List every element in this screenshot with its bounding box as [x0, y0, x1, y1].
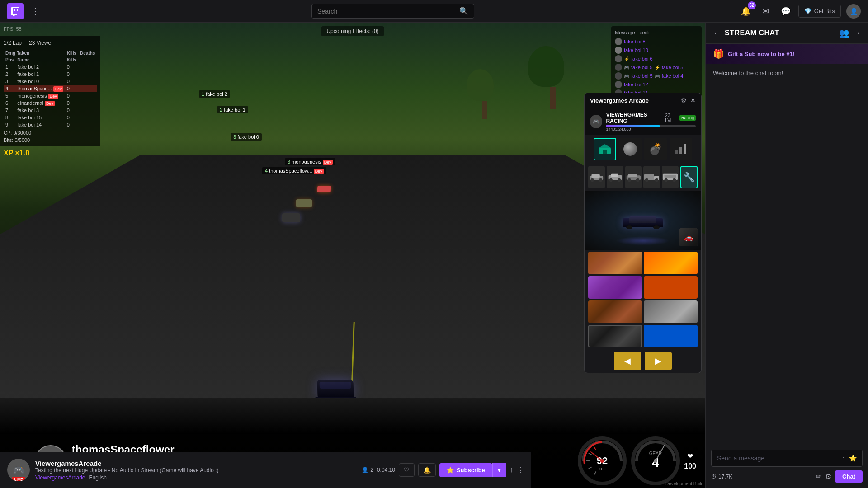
feed-avatar-6 — [615, 81, 622, 88]
feed-icon-4: 🎮 — [624, 65, 629, 70]
lap-display: 1/2 Lap — [4, 40, 22, 46]
stream-info-bar: 🎮 LIVE ViewergamesArcade Testing the nex… — [0, 452, 531, 488]
speed-gauge-svg: 92 160 — [577, 436, 627, 486]
arrow-buttons: ◀ ▶ — [585, 349, 701, 373]
message-feed-title: Message Feed: — [615, 30, 698, 35]
search-bar: 🔍 — [311, 4, 474, 19]
skin-cell-7[interactable] — [588, 325, 642, 347]
viewers-count: 👤 2 — [362, 467, 373, 473]
vehicle-icon-ball[interactable] — [619, 138, 642, 160]
skin-cell-1[interactable] — [588, 252, 642, 274]
vehicle-type-row: 🔧 — [585, 163, 701, 191]
skin-cell-8[interactable] — [644, 325, 698, 347]
arcade-profile: 🎮 VIEWERGAMES RACING 23 LVL Racing 14403… — [585, 108, 701, 135]
skin-cell-3[interactable] — [588, 276, 642, 299]
stream-meta: ViewergamesArcade English — [35, 474, 356, 481]
notification-button[interactable]: 🔔 — [418, 463, 436, 477]
car-type-4[interactable] — [643, 166, 660, 188]
get-bits-button[interactable]: 💎 Get Bits — [798, 5, 841, 18]
arcade-close-button[interactable]: ✕ — [690, 97, 696, 104]
notification-count: 52 — [748, 1, 756, 9]
chat-nav-right: 👥 → — [839, 28, 861, 38]
user-avatar[interactable]: 👤 — [846, 4, 861, 19]
channel-link[interactable]: ViewergamesArcade — [35, 474, 85, 481]
player-label-2: 2 fake boi 1 — [217, 106, 248, 113]
race-table: Dmg Taken Kills Deaths Pos Name Kills 1f — [4, 50, 97, 128]
arcade-username: VIEWERGAMES RACING — [606, 112, 663, 124]
feed-name-5b: fake boi 4 — [662, 73, 684, 79]
skin-cell-2[interactable] — [644, 252, 698, 274]
chat-input-area: Send a message ↑ ⭐ ⏱ 17.7K ✏ ⚙ Chat — [706, 444, 868, 488]
heart-button[interactable]: ♡ — [399, 463, 415, 477]
skin-cell-5[interactable] — [588, 300, 642, 323]
feed-name-6: fake boi 12 — [624, 82, 648, 87]
hamburger-icon[interactable]: ⋮ — [31, 6, 40, 17]
chat-user-icon-button[interactable]: 👥 — [839, 28, 849, 38]
garage-icon — [598, 142, 612, 156]
vehicle-icon-garage[interactable] — [594, 138, 616, 160]
subscribe-label: Subscribe — [457, 467, 485, 474]
arcade-header: Viewergames Arcade ⚙ ✕ — [585, 93, 701, 108]
xp-display: XP ×1.0 — [4, 149, 29, 157]
feed-icon-5b: 🎮 — [655, 74, 660, 79]
chat-input-box[interactable]: Send a message ↑ ⭐ — [711, 450, 863, 467]
arrow-left-button[interactable]: ◀ — [614, 352, 641, 370]
top-navigation: ⋮ 🔍 🔔 52 ✉ 💬 💎 Get Bits 👤 — [0, 0, 868, 23]
arcade-race-badge: Racing — [679, 115, 696, 121]
gift-icon: 🎁 — [713, 48, 724, 59]
more-options-button[interactable]: ⋮ — [517, 466, 524, 474]
col-kills2: Kills — [65, 56, 78, 63]
subscribe-dropdown-button[interactable]: ▼ — [492, 463, 506, 477]
chat-toolbar: ✏ ⚙ Chat — [816, 470, 863, 483]
car-type-3[interactable] — [625, 166, 642, 188]
chat-pencil-icon[interactable]: ✏ — [816, 472, 821, 481]
feed-avatar-3 — [615, 55, 622, 62]
svg-point-34 — [600, 459, 604, 463]
arcade-user-info: VIEWERGAMES RACING 23 LVL Racing 14403/2… — [606, 112, 696, 131]
car-type-1[interactable] — [588, 166, 605, 188]
chat-settings-icon[interactable]: ⚙ — [825, 472, 831, 481]
feed-name-2: fake boi 10 — [624, 47, 648, 53]
table-row: 6 einandernal Dev 0 — [4, 99, 97, 107]
car-type-2[interactable] — [607, 166, 623, 188]
wrench-icon: 🔧 — [684, 172, 695, 183]
health-display: ❤ 100 — [684, 452, 696, 470]
chat-stats: ⏱ 17.7K — [711, 474, 732, 480]
gift-banner[interactable]: 🎁 Gift a Sub now to be #1! — [706, 44, 868, 64]
svg-rect-4 — [684, 144, 686, 154]
stream-actions: 👤 2 0:04:10 ♡ 🔔 ⭐ Subscribe ▼ ↑ ⋮ — [362, 463, 524, 477]
arcade-settings-button[interactable]: ⚙ — [681, 97, 687, 104]
car-type-5[interactable] — [662, 166, 679, 188]
svg-point-20 — [655, 178, 658, 182]
car-icon-3 — [625, 170, 642, 184]
vehicle-icon-chart[interactable] — [670, 138, 692, 160]
video-area: FPS: 58 Upcoming Effects: (0) Message Fe… — [0, 23, 705, 488]
chat-bubble-icon[interactable]: 💬 — [778, 4, 793, 19]
subscribe-button[interactable]: ⭐ Subscribe — [439, 463, 492, 477]
share-button[interactable]: ↑ — [509, 466, 513, 474]
chat-send-button[interactable]: Chat — [835, 470, 863, 483]
chat-nav-left-button[interactable]: ← — [713, 28, 721, 38]
notifications-button[interactable]: 🔔 52 — [739, 4, 753, 19]
chat-nav-right-button[interactable]: → — [853, 28, 861, 38]
svg-point-16 — [636, 178, 639, 182]
feed-name-1: fake boi 8 — [624, 39, 646, 44]
svg-point-8 — [599, 178, 602, 182]
bomb-icon: 💣 — [649, 143, 662, 155]
table-row: 3fake boi 00 — [4, 78, 97, 85]
skin-cell-6[interactable] — [644, 300, 698, 323]
player-label-thomas: 4 thomasSpaceflow... Dev — [262, 167, 326, 174]
search-input[interactable] — [317, 8, 459, 15]
feed-name-3: fake boi 6 — [631, 56, 653, 61]
mail-icon[interactable]: ✉ — [759, 4, 773, 19]
svg-point-19 — [645, 178, 648, 182]
streamer-info: ViewergamesArcade Testing the next Huge … — [35, 460, 356, 481]
vehicle-icon-bomb[interactable]: 💣 — [644, 138, 667, 160]
small-preview-thumbnail[interactable]: 🚗 — [679, 228, 698, 246]
car-type-active[interactable]: 🔧 — [680, 166, 698, 188]
race-stats-top: 1/2 Lap 23 Viewer — [4, 40, 97, 46]
arrow-right-button[interactable]: ▶ — [645, 352, 672, 370]
skin-cell-4[interactable] — [644, 276, 698, 299]
stream-title: Testing the next Huge Update - No Audio … — [35, 467, 356, 474]
col-dmg: Dmg Taken — [4, 50, 65, 56]
